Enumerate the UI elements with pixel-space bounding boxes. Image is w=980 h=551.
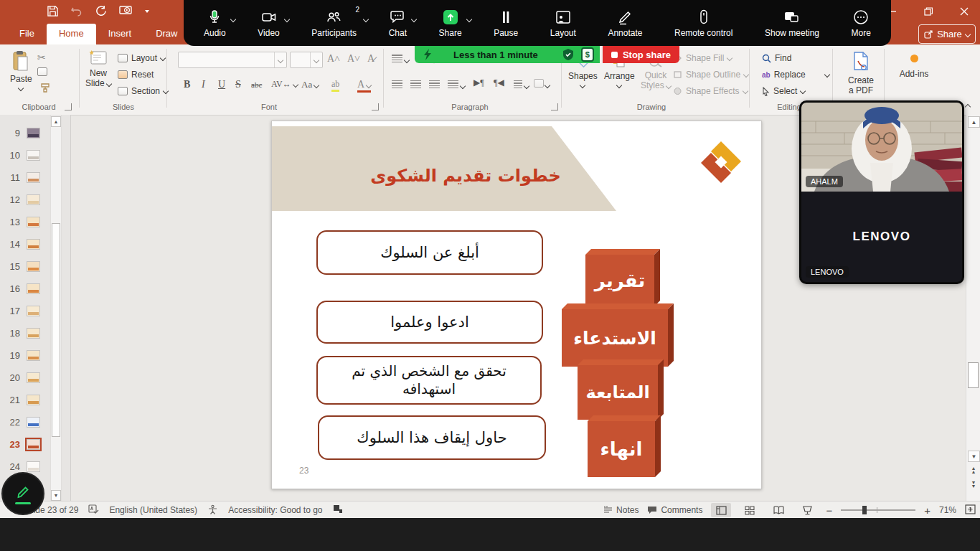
thumbnail-preview[interactable] xyxy=(27,128,40,138)
participant-video-tile[interactable]: AHALM xyxy=(801,103,962,192)
align-center-icon[interactable] xyxy=(410,80,421,90)
format-painter-icon[interactable] xyxy=(40,83,50,95)
bullets-icon[interactable] xyxy=(392,55,409,65)
convert-smartart-icon[interactable] xyxy=(534,79,550,90)
reading-view-button[interactable] xyxy=(768,503,788,517)
close-button[interactable] xyxy=(954,3,974,20)
thumbnail-preview[interactable] xyxy=(27,283,40,294)
paste-button[interactable]: Paste xyxy=(10,50,32,90)
shield-check-icon[interactable] xyxy=(562,49,574,60)
customize-qat-icon[interactable] xyxy=(145,10,149,13)
slide-box-2[interactable]: ادعوا وعلموا xyxy=(316,301,543,344)
justify-icon[interactable] xyxy=(448,80,465,90)
zoom-slider-thumb[interactable] xyxy=(862,506,867,514)
chevron-down-icon[interactable] xyxy=(411,16,417,22)
tab-home[interactable]: Home xyxy=(47,24,96,44)
audio-button[interactable]: Audio xyxy=(204,9,226,38)
brick-summons[interactable]: الاستدعاء xyxy=(562,309,668,367)
thumbnail-scrollbar[interactable]: ▲ ▼ xyxy=(50,115,62,502)
italic-button[interactable]: I xyxy=(202,79,205,90)
slide-box-3[interactable]: تحقق مع الشخص الذي تم استهدافه xyxy=(316,356,542,405)
shape-outline-button[interactable]: Shape Outline xyxy=(673,70,748,80)
highlight-color-button[interactable]: ab xyxy=(331,79,339,92)
columns-icon[interactable] xyxy=(514,80,529,90)
font-color-button[interactable]: A xyxy=(357,79,371,93)
brick-followup[interactable]: المتابعة xyxy=(578,365,658,420)
grow-font-icon[interactable]: A˄ xyxy=(327,53,340,65)
thumbnail-preview[interactable] xyxy=(27,439,40,450)
zoom-annotate-fab[interactable] xyxy=(1,472,44,515)
more-button[interactable]: More xyxy=(852,9,871,38)
font-name-input[interactable] xyxy=(178,52,287,68)
shape-fill-button[interactable]: Shape Fill xyxy=(673,53,732,63)
brick-report[interactable]: تقرير xyxy=(585,255,654,306)
zoom-level[interactable]: 71% xyxy=(939,505,956,515)
thumbnail-preview[interactable] xyxy=(27,150,40,161)
strike-abc-button[interactable]: abc xyxy=(251,80,262,89)
thumbnail-preview[interactable] xyxy=(27,172,40,183)
select-button[interactable]: Select xyxy=(762,86,805,96)
thumbnail-preview[interactable] xyxy=(27,194,40,205)
slide-sorter-view-button[interactable] xyxy=(740,503,760,517)
bold-button[interactable]: B xyxy=(184,79,190,90)
thumbnail-preview[interactable] xyxy=(27,417,40,428)
accessibility-icon[interactable] xyxy=(207,504,218,517)
comments-button[interactable]: Comments xyxy=(647,505,702,515)
scroll-up-icon[interactable]: ▲ xyxy=(51,116,61,127)
chevron-down-icon[interactable] xyxy=(466,16,471,22)
chevron-down-icon[interactable] xyxy=(363,16,369,22)
scrollbar-thumb[interactable] xyxy=(968,362,979,388)
tab-draw[interactable]: Draw xyxy=(143,24,189,44)
stop-share-button[interactable]: Stop share xyxy=(603,46,679,63)
thumbnail-preview[interactable] xyxy=(27,306,40,316)
zoom-in-button[interactable]: + xyxy=(924,504,930,517)
replace-button[interactable]: abReplace xyxy=(762,70,829,80)
scroll-down-icon[interactable]: ▼ xyxy=(968,451,980,462)
slide-box-4[interactable]: حاول إيقاف هذا السلوك xyxy=(318,415,546,460)
slide-layout-button[interactable]: Layout xyxy=(118,53,165,63)
accessibility-status[interactable]: Accessibility: Good to go xyxy=(228,505,322,515)
redo-icon[interactable] xyxy=(95,6,106,17)
shape-effects-button[interactable]: Shape Effects xyxy=(673,86,748,96)
participant-video-tile[interactable]: LENOVO LENOVO xyxy=(801,192,962,282)
reset-button[interactable]: Reset xyxy=(118,70,154,80)
ltr-direction-icon[interactable]: ▶¶ xyxy=(473,77,484,88)
undo-icon[interactable] xyxy=(71,6,83,17)
character-spacing-button[interactable]: AV↔ xyxy=(271,79,298,90)
chevron-down-icon[interactable] xyxy=(284,16,290,22)
thumbnail-preview[interactable] xyxy=(27,372,40,383)
thumbnail-preview[interactable] xyxy=(27,261,40,272)
clipboard-dialog-launcher[interactable] xyxy=(65,103,72,110)
chevron-down-icon[interactable] xyxy=(230,16,235,22)
scroll-down-icon[interactable]: ▼ xyxy=(51,490,61,501)
brick-ending[interactable]: انهاء xyxy=(588,421,655,477)
slide[interactable]: خطوات تقديم الشكوى أبلغ عن السلوك ادعوا … xyxy=(271,121,762,489)
tab-insert[interactable]: Insert xyxy=(96,24,144,44)
participants-button[interactable]: 2 Participants xyxy=(311,9,357,38)
spell-check-icon[interactable] xyxy=(88,504,99,516)
vertical-scrollbar[interactable]: ▲ ▼ ▲▲ ▼▼ xyxy=(966,115,980,501)
new-slide-button[interactable]: New Slide xyxy=(82,50,115,89)
share-screen-button[interactable]: Share xyxy=(439,9,462,38)
find-button[interactable]: Find xyxy=(762,53,791,63)
language-indicator[interactable]: English (United States) xyxy=(109,505,197,515)
addins-button[interactable]: Add-ins xyxy=(895,55,933,79)
ppt-share-button[interactable]: Share xyxy=(918,24,976,44)
annotate-button[interactable]: Annotate xyxy=(608,9,642,38)
align-left-icon[interactable] xyxy=(392,80,402,90)
zoom-out-button[interactable]: − xyxy=(826,504,832,517)
tab-file[interactable]: File xyxy=(7,24,47,44)
thumbnail-preview[interactable] xyxy=(27,239,40,250)
collapse-ribbon-icon[interactable] xyxy=(965,104,971,110)
create-pdf-button[interactable]: Createa PDF xyxy=(841,52,881,96)
thumbnail-preview[interactable] xyxy=(27,461,40,472)
normal-view-button[interactable] xyxy=(711,503,731,517)
section-button[interactable]: Section xyxy=(118,86,168,96)
layout-button[interactable]: Layout xyxy=(550,9,576,38)
pause-share-button[interactable]: Pause xyxy=(494,9,518,38)
show-meeting-button[interactable]: Show meeting xyxy=(765,9,819,38)
previous-slide-button[interactable]: ▲▲ xyxy=(969,466,979,474)
align-right-icon[interactable] xyxy=(429,80,440,90)
shrink-font-icon[interactable]: A˅ xyxy=(347,53,360,65)
underline-button[interactable]: U xyxy=(218,79,225,90)
